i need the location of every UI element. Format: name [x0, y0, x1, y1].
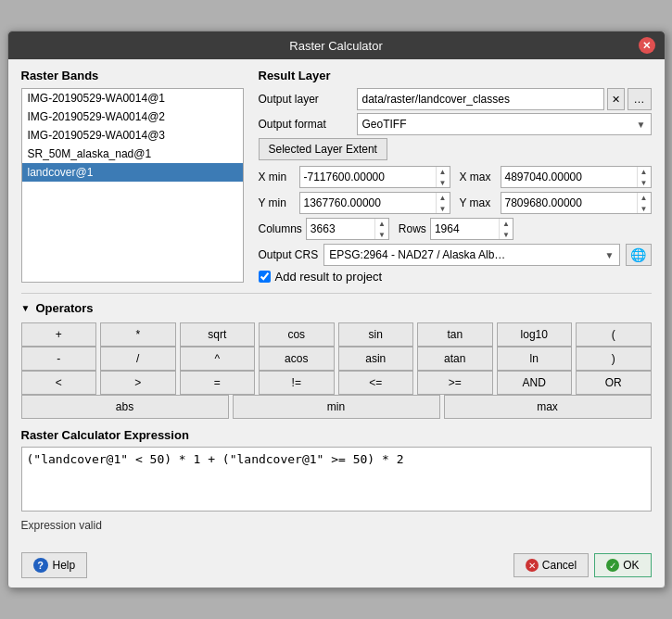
op-divide-button[interactable]: /	[100, 347, 176, 371]
output-crs-row: Output CRS EPSG:2964 - NAD27 / Alaska Al…	[259, 244, 652, 266]
op-sin-button[interactable]: sin	[338, 322, 414, 347]
expression-title: Raster Calculator Expression	[21, 428, 652, 442]
cancel-button[interactable]: ✕ Cancel	[514, 553, 589, 577]
close-button[interactable]: ✕	[639, 37, 655, 54]
band-item[interactable]: SR_50M_alaska_nad@1	[22, 145, 243, 163]
rows-value: 1964	[431, 222, 499, 235]
columns-value: 3663	[307, 222, 374, 235]
output-layer-row: Output layer ✕ …	[259, 88, 652, 110]
columns-down-icon[interactable]: ▼	[375, 229, 388, 240]
ymax-label: Y max	[460, 196, 497, 209]
op-eq-button[interactable]: =	[180, 371, 256, 395]
titlebar: Raster Calculator ✕	[8, 32, 665, 59]
band-item[interactable]: IMG-20190529-WA0014@3	[22, 126, 243, 145]
op-open-paren-button[interactable]: (	[576, 322, 652, 347]
dialog-action-buttons: ✕ Cancel ✓ OK	[514, 553, 652, 577]
operators-row4: abs min max	[21, 395, 652, 419]
xmax-up-icon[interactable]: ▲	[638, 166, 651, 177]
selected-layer-extent-button[interactable]: Selected Layer Extent	[259, 138, 387, 160]
op-multiply-button[interactable]: *	[100, 322, 176, 347]
output-crs-select-button[interactable]: 🌐	[626, 244, 652, 266]
band-item-selected[interactable]: landcover@1	[22, 163, 243, 182]
output-layer-input-group: ✕ …	[357, 88, 652, 110]
op-cos-button[interactable]: cos	[259, 322, 335, 347]
dialog-title: Raster Calculator	[34, 39, 639, 53]
op-gte-button[interactable]: >=	[417, 371, 493, 395]
ymin-spinbox[interactable]: 1367760.00000 ▲ ▼	[299, 192, 450, 214]
ok-button[interactable]: ✓ OK	[594, 553, 651, 577]
rows-item: Rows 1964 ▲ ▼	[399, 218, 514, 240]
op-max-button[interactable]: max	[444, 395, 652, 419]
cancel-icon: ✕	[526, 559, 539, 572]
op-gt-button[interactable]: >	[100, 371, 176, 395]
ymax-down-icon[interactable]: ▼	[638, 203, 651, 214]
operators-row1: + * sqrt cos sin tan log10 (	[21, 322, 652, 347]
op-lt-button[interactable]: <	[21, 371, 97, 395]
columns-arrows[interactable]: ▲ ▼	[374, 218, 388, 240]
output-format-combo[interactable]: GeoTIFF ▼	[357, 113, 652, 135]
output-format-value: GeoTIFF	[362, 118, 407, 131]
ymin-down-icon[interactable]: ▼	[437, 203, 450, 214]
ymax-spinbox[interactable]: 7809680.00000 ▲ ▼	[501, 192, 652, 214]
op-asin-button[interactable]: asin	[338, 347, 414, 371]
rows-down-icon[interactable]: ▼	[500, 229, 513, 240]
output-format-label: Output format	[259, 118, 351, 131]
xmin-value: -7117600.00000	[300, 171, 436, 183]
columns-spinbox[interactable]: 3663 ▲ ▼	[306, 218, 389, 240]
expression-textarea[interactable]: ("landcover@1" < 50) * 1 + ("landcover@1…	[21, 447, 652, 512]
columns-label: Columns	[259, 222, 302, 235]
op-sqrt-button[interactable]: sqrt	[180, 322, 256, 347]
op-ln-button[interactable]: ln	[497, 347, 573, 371]
xmin-down-icon[interactable]: ▼	[437, 177, 450, 188]
xmax-spinbox[interactable]: 4897040.00000 ▲ ▼	[501, 166, 652, 188]
left-panel: Raster Bands IMG-20190529-WA0014@1 IMG-2…	[21, 69, 244, 284]
xmin-up-icon[interactable]: ▲	[437, 166, 450, 177]
xmax-arrows[interactable]: ▲ ▼	[637, 166, 651, 188]
op-and-button[interactable]: AND	[497, 371, 573, 395]
xmax-down-icon[interactable]: ▼	[638, 177, 651, 188]
band-item[interactable]: IMG-20190529-WA0014@1	[22, 89, 243, 107]
ymax-value: 7809680.00000	[501, 196, 637, 209]
op-minus-button[interactable]: -	[21, 347, 97, 371]
xmax-value: 4897040.00000	[501, 171, 637, 183]
help-button[interactable]: ? Help	[21, 552, 88, 578]
op-close-paren-button[interactable]: )	[576, 347, 652, 371]
rows-up-icon[interactable]: ▲	[500, 218, 513, 229]
xmax-label: X max	[460, 171, 497, 183]
columns-up-icon[interactable]: ▲	[375, 218, 388, 229]
op-lte-button[interactable]: <=	[338, 371, 414, 395]
output-layer-browse-button[interactable]: …	[628, 88, 652, 110]
result-layer-title: Result Layer	[259, 69, 652, 82]
op-tan-button[interactable]: tan	[417, 322, 493, 347]
op-min-button[interactable]: min	[233, 395, 440, 419]
ymin-up-icon[interactable]: ▲	[437, 192, 450, 203]
add-result-checkbox[interactable]	[259, 271, 271, 283]
op-abs-button[interactable]: abs	[21, 395, 229, 419]
rows-spinbox[interactable]: 1964 ▲ ▼	[430, 218, 514, 240]
ymax-arrows[interactable]: ▲ ▼	[637, 192, 651, 214]
rows-arrows[interactable]: ▲ ▼	[499, 218, 513, 240]
ymax-up-icon[interactable]: ▲	[638, 192, 651, 203]
output-layer-input[interactable]	[357, 88, 604, 110]
combo-arrow-icon: ▼	[637, 120, 646, 130]
ymin-arrows[interactable]: ▲ ▼	[436, 192, 450, 214]
op-acos-button[interactable]: acos	[259, 347, 335, 371]
raster-bands-list[interactable]: IMG-20190529-WA0014@1 IMG-20190529-WA001…	[21, 88, 244, 283]
operators-row2: - / ^ acos asin atan ln )	[21, 347, 652, 371]
add-result-label[interactable]: Add result to project	[275, 270, 383, 284]
xmin-arrows[interactable]: ▲ ▼	[436, 166, 450, 188]
op-neq-button[interactable]: !=	[259, 371, 335, 395]
output-layer-clear-button[interactable]: ✕	[607, 88, 625, 110]
operators-collapse-icon[interactable]: ▼	[21, 303, 31, 313]
band-item[interactable]: IMG-20190529-WA0014@2	[22, 107, 243, 126]
output-crs-combo[interactable]: EPSG:2964 - NAD27 / Alaska Alb… ▼	[323, 244, 619, 266]
op-atan-button[interactable]: atan	[417, 347, 493, 371]
expression-section: Raster Calculator Expression ("landcover…	[21, 428, 652, 514]
xmin-spinbox[interactable]: -7117600.00000 ▲ ▼	[299, 166, 450, 188]
op-or-button[interactable]: OR	[576, 371, 652, 395]
status-text: Expression valid	[21, 519, 102, 532]
globe-icon: 🌐	[630, 247, 646, 262]
op-power-button[interactable]: ^	[180, 347, 256, 371]
op-plus-button[interactable]: +	[21, 322, 97, 347]
op-log10-button[interactable]: log10	[497, 322, 573, 347]
